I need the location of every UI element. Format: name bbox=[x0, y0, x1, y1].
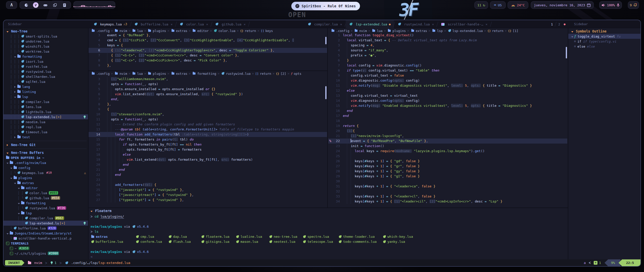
chevron-right-icon[interactable] bbox=[13, 90, 17, 94]
code-line-5[interactable]: 5prefix = "●", bbox=[328, 53, 567, 58]
workspace-switcher[interactable]: V bbox=[20, 1, 71, 9]
code-line-33[interactable]: 33keys[#keys + 1] = { "<leader>cl", fals… bbox=[328, 194, 567, 199]
widget-notifications[interactable]: 9 bbox=[628, 1, 639, 9]
project-name[interactable]: nvim bbox=[27, 261, 42, 265]
tree-item-timeout-lua[interactable]: ││└timeout.lua bbox=[4, 129, 88, 134]
code-line-31[interactable]: 31keys[#keys + 1] = { "<leader>ca", fals… bbox=[328, 184, 567, 189]
tree-item--[interactable]: ~#2859 bbox=[4, 246, 88, 251]
workspace-5[interactable] bbox=[62, 2, 67, 8]
widget-weather[interactable]: 24°C bbox=[508, 1, 528, 9]
current-file-path[interactable]: .config/…/lsp/lsp-extended.lua bbox=[65, 261, 130, 265]
tree-item-TERMINALS[interactable]: TERMINALS bbox=[4, 241, 88, 246]
code-line-27[interactable]: 27["typescript"] = { "rustywind" }, bbox=[89, 197, 327, 202]
symbols-outline-panel[interactable]: Symbols Outlineƒtoggle_diag_virtextfu⊙if… bbox=[568, 28, 641, 259]
tree-item-lang[interactable]: │lang bbox=[4, 84, 88, 89]
code-line-12[interactable]: 12--- Extend the conform plugin config a… bbox=[89, 122, 327, 127]
lightbulb-count[interactable]: 1 bbox=[50, 261, 57, 265]
chevron-down-icon[interactable] bbox=[17, 211, 21, 215]
tab-close-icon[interactable]: × bbox=[244, 22, 246, 26]
breadcrumb-item[interactable]: extras bbox=[411, 29, 427, 33]
symbols-outline-header[interactable]: Symbols Outline bbox=[568, 29, 641, 34]
chevron-down-icon[interactable] bbox=[17, 186, 21, 190]
floaterm-header[interactable]: Floaterm bbox=[89, 208, 568, 214]
breadcrumb-item[interactable]: extras bbox=[171, 72, 187, 76]
tree-item-lsp-extended-lu[interactable]: │└lsp-extended.lu[+] bbox=[4, 221, 88, 226]
code-line-20[interactable]: 20[1]{ bbox=[328, 128, 567, 133]
tree-item-undotree-lua[interactable]: │││undotree.lua bbox=[4, 39, 88, 44]
tree-item-smart-splits-lua[interactable]: │││smart-splits.lua bbox=[4, 34, 88, 39]
breadcrumb-item[interactable]: {}[2] bbox=[276, 72, 286, 76]
code-line-17[interactable]: 17opts.formatters_by_ft[ft] = formatters bbox=[89, 147, 327, 152]
tab-close-icon[interactable]: × bbox=[340, 22, 342, 26]
breadcrumb-item[interactable]: extras bbox=[171, 29, 187, 33]
tree-item-sqlfmt-lua[interactable]: ││└sqlfmt.lua bbox=[4, 79, 88, 84]
tree-item-lightbulb-lua[interactable]: │││lightbulb.lua bbox=[4, 109, 88, 114]
chevron-down-icon[interactable] bbox=[9, 166, 13, 170]
breadcrumb-item[interactable]: plugins bbox=[147, 72, 166, 76]
code-line-23[interactable]: 23 bbox=[89, 177, 327, 182]
tab-bufferline-lua[interactable]: bufferline.lua× bbox=[131, 20, 176, 28]
code-line-4[interactable]: 4source = "if_many", bbox=[328, 48, 567, 53]
breadcrumb-item[interactable]: rustywind.lua bbox=[221, 72, 251, 76]
code-line-4[interactable]: 4opts = function(_, opts) bbox=[89, 82, 327, 87]
code-line-19[interactable]: 19return { bbox=[328, 123, 567, 128]
chevron-down-icon[interactable] bbox=[6, 29, 9, 33]
code-line-8[interactable]: 8}, bbox=[89, 102, 327, 107]
chevron-down-icon[interactable] bbox=[6, 231, 9, 235]
tree-item-lens-lua[interactable]: │││lens.lua bbox=[4, 104, 88, 109]
tree-item-extras[interactable]: extras bbox=[4, 180, 88, 185]
tree-item-test[interactable]: │test bbox=[4, 134, 88, 140]
widget-date[interactable]: jueves, noviembre 16, 2023 bbox=[531, 1, 594, 9]
tab-github-lua[interactable]: github.lua× bbox=[212, 20, 249, 28]
code-line-9[interactable]: 9}, bbox=[89, 63, 327, 68]
breadcrumb-item[interactable]: editor bbox=[192, 29, 209, 33]
code-line-6[interactable]: 6vim.list_extend(dst: opts.ensure_instal… bbox=[89, 92, 327, 97]
terminal-content[interactable]: > cd lua/plugins/ nvim/lua/plugins via v… bbox=[89, 214, 568, 259]
tree-item-config[interactable]: config bbox=[4, 165, 88, 170]
breadcrumb-item[interactable]: {}[1] bbox=[508, 29, 518, 33]
breadcrumb-item[interactable]: {}return bbox=[488, 29, 503, 33]
tab-rustywind-lua[interactable]: rustywind.lua× bbox=[394, 20, 437, 28]
outline-item-toggle_diag_virtext[interactable]: ƒtoggle_diag_virtextfu bbox=[568, 34, 641, 39]
chevron-down-icon[interactable] bbox=[13, 55, 17, 58]
outline-item-if[interactable]: ⊙ifif type(config.vi bbox=[568, 39, 641, 44]
tree-item-linting[interactable]: │linting bbox=[4, 89, 88, 94]
breadcrumb-item[interactable]: .config bbox=[91, 29, 110, 33]
code-line-30[interactable]: 30 bbox=[328, 179, 567, 184]
breadcrumb-item[interactable]: nvim bbox=[354, 29, 367, 33]
tab-close-icon[interactable]: × bbox=[206, 22, 208, 26]
code-line-24[interactable]: 24local keys = require(modname: "lazyvim… bbox=[328, 149, 567, 154]
code-line-11[interactable]: 11vim.notify(msg: "Disable diagnostics v… bbox=[328, 83, 567, 88]
floaterm-panel[interactable]: Floaterm> cd lua/plugins/ nvim/lua/plugi… bbox=[89, 208, 568, 259]
tab-close-icon[interactable]: × bbox=[486, 22, 488, 26]
tree-item-compiler-lua[interactable]: ││compiler.lua#682 bbox=[4, 216, 88, 221]
audio-visualizer-widget[interactable] bbox=[73, 1, 115, 9]
code-line-32[interactable]: 32 bbox=[328, 189, 567, 194]
code-line-2[interactable]: 2local virtual_text = { -- Default virtu… bbox=[328, 38, 567, 43]
code-line-5[interactable]: 5opts.ensure_installed = opts.ensure_ins… bbox=[89, 87, 327, 92]
tab-close-icon[interactable]: × bbox=[171, 22, 173, 26]
code-line-14[interactable]: 14vim.diagnostic.config(opts: config) bbox=[328, 98, 567, 103]
scrollbar-pane3[interactable] bbox=[566, 47, 567, 58]
tree-item-compiler-lua[interactable]: │││compiler.lua bbox=[4, 99, 88, 104]
code-line-23[interactable]: 23init = function() bbox=[328, 144, 567, 149]
chevron-down-icon[interactable] bbox=[9, 176, 13, 180]
workspace-3[interactable] bbox=[43, 2, 48, 8]
code-line-15[interactable]: 15vim.notify(msg: "Enabled diagnostics v… bbox=[328, 103, 567, 108]
code-line-1[interactable]: 1local function toggle_diag_virtext() bbox=[328, 33, 567, 38]
breadcrumb-item[interactable]: []keys bbox=[261, 29, 273, 33]
breadcrumb-item[interactable]: lua bbox=[132, 72, 143, 76]
breadcrumb-item[interactable]: []return bbox=[255, 72, 271, 76]
widget-updates[interactable]: 11↻ bbox=[474, 1, 488, 9]
tree-item-isort-lua[interactable]: │││isort.lua bbox=[4, 59, 88, 64]
code-line-18[interactable]: 18else bbox=[89, 152, 327, 157]
code-line-28[interactable]: 28keys[#keys + 1] = { "gy", false } bbox=[328, 169, 567, 174]
code-line-5[interactable]: 5keys = { bbox=[89, 43, 327, 48]
breadcrumb-item[interactable]: lua bbox=[132, 29, 143, 33]
code-line-11[interactable]: 11opts = function(_, opts) bbox=[89, 117, 327, 122]
code-line-24[interactable]: 24add_formatters(tbl: { bbox=[89, 182, 327, 187]
tree-item-rustfmt-lua[interactable]: │││rustfmt.lua bbox=[4, 64, 88, 69]
breadcrumb-item[interactable]: .config bbox=[331, 29, 349, 33]
code-line-21[interactable]: 21end bbox=[89, 167, 327, 172]
code-line-10[interactable]: 10[1]"stevearc/conform.nvim", bbox=[89, 112, 327, 117]
